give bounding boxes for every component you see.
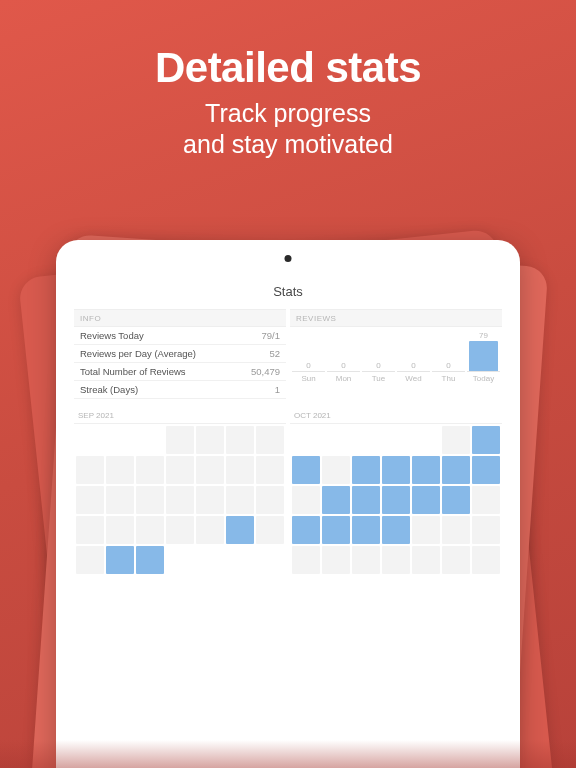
calendar-cell bbox=[256, 426, 284, 454]
calendar-cell bbox=[226, 546, 254, 574]
calendar-cell bbox=[226, 456, 254, 484]
bar-label: Sun bbox=[301, 374, 315, 383]
info-label: Reviews per Day (Average) bbox=[80, 348, 196, 359]
calendar-cell bbox=[166, 546, 194, 574]
calendar-cell bbox=[382, 456, 410, 484]
calendar-cell bbox=[322, 546, 350, 574]
calendar-cell bbox=[226, 516, 254, 544]
bar-slot: 0Tue bbox=[362, 331, 395, 383]
calendar-cell bbox=[166, 516, 194, 544]
calendar-cell bbox=[442, 456, 470, 484]
info-row: Reviews per Day (Average)52 bbox=[74, 345, 286, 363]
calendar-cell bbox=[106, 456, 134, 484]
calendar-month-oct: OCT 2021 bbox=[290, 407, 502, 576]
calendar-cell bbox=[196, 546, 224, 574]
calendar-cell bbox=[352, 426, 380, 454]
calendar-cell bbox=[472, 546, 500, 574]
bar-slot: 0Thu bbox=[432, 331, 465, 383]
bar-label: Today bbox=[473, 374, 494, 383]
info-value: 1 bbox=[275, 384, 280, 395]
info-panel: INFO Reviews Today79/1Reviews per Day (A… bbox=[74, 309, 286, 399]
info-row: Streak (Days)1 bbox=[74, 381, 286, 399]
calendar-cell bbox=[382, 516, 410, 544]
calendar-cell bbox=[196, 486, 224, 514]
reviews-header: REVIEWS bbox=[290, 309, 502, 327]
calendar-cell bbox=[256, 486, 284, 514]
calendar-cell bbox=[76, 456, 104, 484]
calendar-cell bbox=[412, 486, 440, 514]
info-row: Reviews Today79/1 bbox=[74, 327, 286, 345]
bar-label: Tue bbox=[372, 374, 386, 383]
calendar-cell bbox=[352, 546, 380, 574]
info-label: Total Number of Reviews bbox=[80, 366, 186, 377]
calendar-cell bbox=[106, 486, 134, 514]
bar-value: 0 bbox=[376, 361, 380, 370]
calendar-cell bbox=[256, 516, 284, 544]
calendar-cell bbox=[352, 516, 380, 544]
calendar-cell bbox=[382, 546, 410, 574]
calendar-cell bbox=[352, 486, 380, 514]
bar-value: 0 bbox=[411, 361, 415, 370]
calendar-cell bbox=[76, 546, 104, 574]
calendar-cell bbox=[472, 426, 500, 454]
bar-baseline bbox=[362, 371, 395, 372]
calendar-cell bbox=[166, 456, 194, 484]
calendar-cell bbox=[196, 426, 224, 454]
calendar-cell bbox=[76, 516, 104, 544]
calendar-month-sep: SEP 2021 bbox=[74, 407, 286, 576]
calendar-cell bbox=[136, 456, 164, 484]
bar-slot: 0Sun bbox=[292, 331, 325, 383]
calendar-cell bbox=[76, 426, 104, 454]
reviews-panel: REVIEWS 0Sun0Mon0Tue0Wed0Thu79Today bbox=[290, 309, 502, 399]
bar-baseline bbox=[397, 371, 430, 372]
tablet-device: Stats INFO Reviews Today79/1Reviews per … bbox=[56, 240, 520, 768]
info-value: 79/1 bbox=[262, 330, 281, 341]
calendar-cell bbox=[352, 456, 380, 484]
calendar-cell bbox=[196, 516, 224, 544]
calendar-cell bbox=[136, 426, 164, 454]
bar-label: Mon bbox=[336, 374, 352, 383]
calendar-cell bbox=[412, 516, 440, 544]
calendar-cell bbox=[322, 486, 350, 514]
hero-subtitle: Track progress and stay motivated bbox=[0, 98, 576, 161]
bar-slot: 0Wed bbox=[397, 331, 430, 383]
month-label: OCT 2021 bbox=[290, 407, 502, 424]
calendar-cell bbox=[412, 456, 440, 484]
calendar-cell bbox=[196, 456, 224, 484]
bar-value: 0 bbox=[446, 361, 450, 370]
calendar-cell bbox=[76, 486, 104, 514]
calendar-cell bbox=[136, 546, 164, 574]
calendar-cell bbox=[382, 426, 410, 454]
info-value: 52 bbox=[269, 348, 280, 359]
calendar-cell bbox=[106, 516, 134, 544]
calendar-cell bbox=[166, 426, 194, 454]
calendar-cell bbox=[442, 486, 470, 514]
marketing-hero: Detailed stats Track progress and stay m… bbox=[0, 0, 576, 161]
bar-value: 79 bbox=[479, 331, 488, 340]
hero-title: Detailed stats bbox=[0, 44, 576, 92]
calendar-cell bbox=[166, 486, 194, 514]
calendar-cell bbox=[442, 546, 470, 574]
calendar-cell bbox=[136, 516, 164, 544]
bar-baseline bbox=[432, 371, 465, 372]
reviews-bar-chart: 0Sun0Mon0Tue0Wed0Thu79Today bbox=[290, 327, 502, 385]
calendar-cell bbox=[106, 426, 134, 454]
calendar-cell bbox=[292, 456, 320, 484]
bar-slot: 0Mon bbox=[327, 331, 360, 383]
calendar-cell bbox=[292, 486, 320, 514]
calendar-cell bbox=[106, 546, 134, 574]
bar-label: Wed bbox=[405, 374, 421, 383]
calendar-cell bbox=[412, 426, 440, 454]
calendar-cell bbox=[322, 516, 350, 544]
bar-value: 0 bbox=[341, 361, 345, 370]
calendar-cell bbox=[442, 426, 470, 454]
info-value: 50,479 bbox=[251, 366, 280, 377]
calendar-cell bbox=[226, 426, 254, 454]
app-screen: Stats INFO Reviews Today79/1Reviews per … bbox=[74, 270, 502, 768]
month-label: SEP 2021 bbox=[74, 407, 286, 424]
calendar-cell bbox=[472, 486, 500, 514]
calendar-cell bbox=[226, 486, 254, 514]
info-header: INFO bbox=[74, 309, 286, 327]
bar-value: 0 bbox=[306, 361, 310, 370]
calendar-cell bbox=[292, 546, 320, 574]
